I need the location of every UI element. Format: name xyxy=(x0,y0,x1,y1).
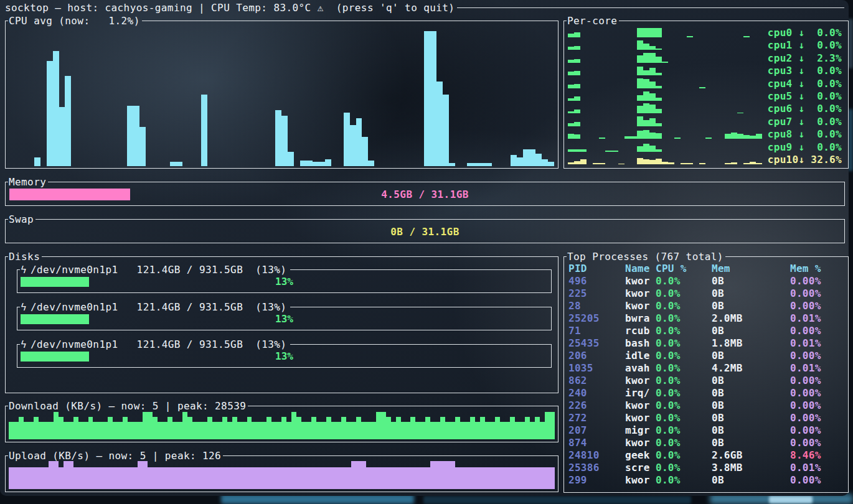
cpu-history-bar xyxy=(306,161,313,166)
terminal-window[interactable]: socktop — host: cachyos-gaming | CPU Tem… xyxy=(0,0,849,496)
cpu-history-bar xyxy=(523,149,529,166)
core-label: cpu2 ↓ 2.3% xyxy=(762,52,846,64)
download-bar xyxy=(510,417,515,439)
core-spark-bar xyxy=(643,53,649,63)
swap-title: Swap xyxy=(8,213,35,225)
cpu-history-bar xyxy=(176,162,182,166)
upload-bar xyxy=(123,467,128,489)
core-spark-bar xyxy=(656,149,662,151)
cpu-history-bar xyxy=(368,161,374,166)
core-spark-bar xyxy=(737,113,743,114)
download-bar xyxy=(108,417,113,439)
memory-gauge-label: 4.5GB / 31.1GB xyxy=(9,189,841,200)
download-bar xyxy=(445,422,450,439)
download-bar xyxy=(83,422,88,439)
core-spark-bar xyxy=(643,70,649,76)
cpu-history-bar xyxy=(288,152,294,166)
upload-bar xyxy=(59,467,64,489)
upload-bar xyxy=(296,467,301,489)
cpu-history-bar xyxy=(325,159,331,166)
upload-bar xyxy=(430,461,435,489)
download-bar xyxy=(113,422,118,439)
download-bar xyxy=(495,417,500,439)
download-bar xyxy=(366,422,371,439)
cpu-history-bar xyxy=(449,163,455,166)
process-row: 226kwor0.0%0B0.00% xyxy=(568,399,845,412)
core-spark-bar xyxy=(725,163,731,164)
app-titlebar: socktop — host: cachyos-gaming | CPU Tem… xyxy=(5,1,844,14)
core-sparkline xyxy=(568,103,762,114)
core-spark-bar xyxy=(649,105,656,113)
process-cpu: 0.0% xyxy=(656,462,712,474)
upload-bar xyxy=(515,467,520,489)
download-bar xyxy=(123,417,128,439)
core-spark-bar xyxy=(568,134,574,139)
core-spark-bar xyxy=(643,79,649,88)
core-spark-bar xyxy=(568,149,574,151)
process-cpu: 0.0% xyxy=(656,312,712,325)
process-cpu: 0.0% xyxy=(656,437,712,449)
download-bar xyxy=(49,422,54,439)
upload-bar xyxy=(495,467,500,489)
disk-title-wrap: ϟ/dev/nvme0n1p1 121.4GB / 931.5GB (13%) xyxy=(20,338,290,350)
process-row: 25205bwra0.0%2.0MB0.01% xyxy=(568,312,845,325)
download-bar xyxy=(276,422,281,439)
per-core-title: Per-core xyxy=(567,15,619,27)
swap-panel: Swap 0B / 31.1GB xyxy=(5,219,845,243)
core-spark-bar xyxy=(643,91,649,101)
process-cpu: 0.0% xyxy=(656,325,712,337)
upload-bar xyxy=(39,467,44,489)
process-name: kwor xyxy=(625,287,656,300)
upload-bar xyxy=(103,467,108,489)
core-spark-bar xyxy=(656,98,662,101)
upload-bar xyxy=(202,467,207,489)
download-bar xyxy=(34,417,39,439)
core-label: cpu6 ↓ 0.0% xyxy=(762,103,846,114)
upload-bar xyxy=(73,467,78,489)
upload-bar xyxy=(34,467,39,489)
download-bar xyxy=(242,422,247,439)
wallpaper-glow xyxy=(848,109,853,171)
upload-bar xyxy=(44,467,49,489)
download-bar xyxy=(227,422,232,439)
download-bar xyxy=(470,417,475,439)
core-spark-bar xyxy=(618,164,624,164)
upload-bar xyxy=(406,467,411,489)
download-bar xyxy=(505,422,510,439)
process-mem-percent: 0.01% xyxy=(790,337,845,350)
upload-bar xyxy=(540,467,545,489)
core-spark-bar xyxy=(750,162,756,164)
process-mem: 2.6GB xyxy=(712,449,790,462)
cpu-history-bar xyxy=(436,82,443,166)
cpu-history-bar xyxy=(300,161,306,166)
core-spark-bar xyxy=(643,159,649,164)
core-spark-bar xyxy=(643,103,649,113)
process-cpu: 0.0% xyxy=(656,449,712,462)
process-name: geek xyxy=(625,449,656,462)
core-spark-bar xyxy=(637,67,643,75)
core-spark-bar xyxy=(756,134,762,139)
download-bar xyxy=(356,417,361,439)
upload-bar xyxy=(93,467,98,489)
download-bar xyxy=(232,417,237,439)
disk-item-title: /dev/nvme0n1p1 121.4GB / 931.5GB (13%) xyxy=(31,264,288,276)
disk-gauge-label: 13% xyxy=(21,352,548,362)
upload-bar xyxy=(306,467,311,489)
process-name: kwor xyxy=(625,375,656,387)
upload-bar xyxy=(485,467,490,489)
download-bar xyxy=(500,422,505,439)
upload-bar xyxy=(316,467,321,489)
core-spark-bar xyxy=(574,122,580,126)
cpu-history-bar xyxy=(139,127,146,166)
download-bar xyxy=(515,422,520,439)
core-spark-bar xyxy=(643,120,649,126)
core-spark-bar xyxy=(643,28,649,37)
upload-bar xyxy=(535,467,540,489)
download-bar xyxy=(381,412,386,439)
process-cpu: 0.0% xyxy=(656,412,712,424)
upload-bar xyxy=(510,467,515,489)
upload-bar xyxy=(455,467,460,489)
upload-panel: Upload (KB/s) — now: 5 | peak: 126 xyxy=(5,455,558,492)
upload-bar xyxy=(435,461,440,489)
core-sparkline xyxy=(568,39,762,51)
